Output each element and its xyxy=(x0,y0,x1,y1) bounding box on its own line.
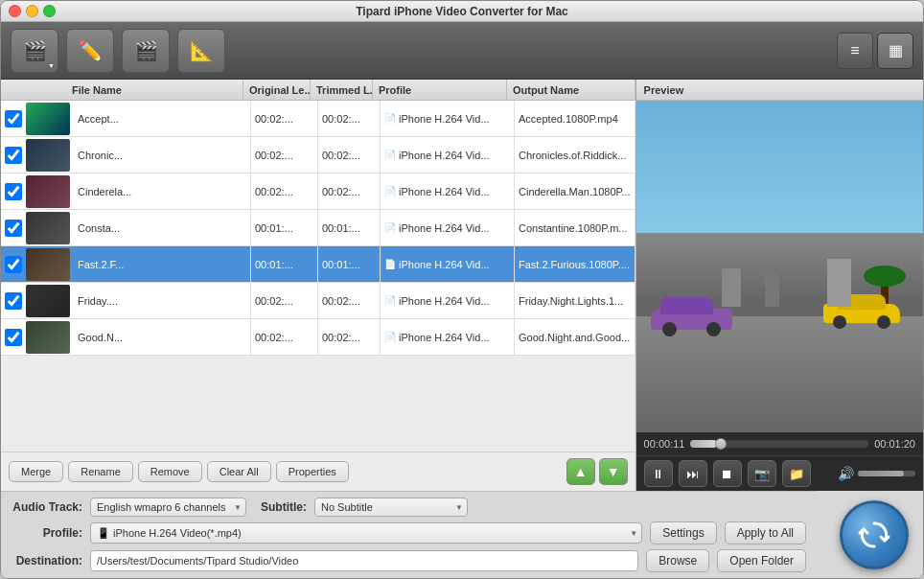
preview-area: Preview xyxy=(636,80,923,491)
col-header-trimmed: Trimmed L... xyxy=(311,80,373,100)
audio-select-wrap: English wmapro 6 channels xyxy=(90,498,246,517)
table-row[interactable]: Consta... 00:01:... 00:01:... 📄iPhone H.… xyxy=(1,210,635,246)
cell-profile-1: 📄iPhone H.264 Vid... xyxy=(381,137,515,173)
screenshot-icon: 📷 xyxy=(754,467,770,481)
progress-handle[interactable] xyxy=(715,438,727,450)
clear-all-button[interactable]: Clear All xyxy=(207,461,271,482)
sky xyxy=(636,101,923,233)
main-window: Tipard iPhone Video Converter for Mac 🎬 … xyxy=(0,0,924,579)
preview-scene xyxy=(636,101,923,432)
cell-profile-3: 📄iPhone H.264 Vid... xyxy=(381,210,515,245)
row-checkbox-2[interactable] xyxy=(5,183,22,200)
col-header-filename: File Name xyxy=(66,80,243,100)
preview-video xyxy=(636,101,923,432)
table-row[interactable]: Chronic... 00:02:... 00:02:... 📄iPhone H… xyxy=(1,137,635,174)
remove-button[interactable]: Remove xyxy=(138,461,202,482)
cell-output-2: Cinderella.Man.1080P... xyxy=(515,174,635,209)
apply-to-all-button[interactable]: Apply to All xyxy=(725,521,806,544)
volume-slider[interactable] xyxy=(858,471,915,476)
cell-filename-2: Cinderela... xyxy=(74,174,251,209)
row-checkbox-5[interactable] xyxy=(5,292,22,310)
maximize-button[interactable] xyxy=(43,5,56,17)
edit-button[interactable]: ✏️ xyxy=(66,29,114,73)
row-checkbox-4[interactable] xyxy=(5,256,22,273)
pause-button[interactable]: ⏸ xyxy=(644,460,673,487)
destination-path: /Users/test/Documents/Tipard Studio/Vide… xyxy=(90,550,638,571)
cell-output-0: Accepted.1080P.mp4 xyxy=(515,101,635,136)
volume-control: 🔊 xyxy=(838,466,915,481)
list-view-button[interactable]: ≡ xyxy=(837,33,873,69)
move-buttons: ▲ ▼ xyxy=(566,458,628,485)
table-header: File Name Original Le... Trimmed L... Pr… xyxy=(1,80,635,101)
trim-button[interactable]: 🎬 xyxy=(122,29,170,73)
titlebar: Tipard iPhone Video Converter for Mac xyxy=(1,1,923,22)
cell-original-5: 00:02:... xyxy=(251,283,318,318)
row-checkbox-6[interactable] xyxy=(5,329,22,346)
cell-profile-2: 📄iPhone H.264 Vid... xyxy=(381,174,515,209)
table-row[interactable]: Good.N... 00:02:... 00:02:... 📄iPhone H.… xyxy=(1,319,635,356)
bottom-area: Audio Track: English wmapro 6 channels S… xyxy=(1,491,923,578)
preview-header: Preview xyxy=(636,80,923,101)
col-header-output: Output Name xyxy=(507,80,635,100)
stop-button[interactable]: ⏹ xyxy=(713,460,742,487)
profile-select-wrap: 📱 iPhone H.264 Video(*.mp4) xyxy=(90,522,642,544)
profile-select[interactable]: 📱 iPhone H.264 Video(*.mp4) xyxy=(90,522,642,544)
audio-track-select[interactable]: English wmapro 6 channels xyxy=(90,498,246,517)
cell-filename-1: Chronic... xyxy=(74,137,251,173)
row-thumbnail-5 xyxy=(26,285,70,317)
cell-profile-5: 📄iPhone H.264 Vid... xyxy=(381,283,515,318)
table-row[interactable]: Accept... 00:02:... 00:02:... 📄iPhone H.… xyxy=(1,101,635,137)
time-total: 00:01:20 xyxy=(874,438,915,450)
cell-trimmed-4: 00:01:... xyxy=(318,246,381,282)
cell-original-4: 00:01:... xyxy=(251,246,318,282)
row-checkbox-3[interactable] xyxy=(5,220,22,237)
profile-label: Profile: xyxy=(11,526,82,540)
row-thumbnail-6 xyxy=(26,321,70,354)
minimize-button[interactable] xyxy=(26,5,38,17)
preview-controls: 00:00:11 00:01:20 xyxy=(636,432,923,455)
merge-button[interactable]: Merge xyxy=(9,461,63,482)
fast-forward-button[interactable]: ⏭ xyxy=(679,460,707,487)
progress-bar[interactable] xyxy=(690,440,868,448)
cell-filename-6: Good.N... xyxy=(74,319,251,355)
window-title: Tipard iPhone Video Converter for Mac xyxy=(356,5,568,18)
audio-subtitle-row: Audio Track: English wmapro 6 channels S… xyxy=(11,498,806,517)
cell-trimmed-1: 00:02:... xyxy=(318,137,381,173)
convert-button[interactable] xyxy=(840,500,909,569)
forward-icon: ⏭ xyxy=(686,467,699,481)
destination-label: Destination: xyxy=(11,554,82,567)
bg-building3 xyxy=(827,259,851,307)
add-video-button[interactable]: 🎬 xyxy=(11,29,58,73)
cell-output-5: Friday.Night.Lights.1... xyxy=(515,283,635,318)
crop-button[interactable]: 📐 xyxy=(177,29,225,73)
table-row[interactable]: Cinderela... 00:02:... 00:02:... 📄iPhone… xyxy=(1,174,635,210)
browse-button[interactable]: Browse xyxy=(646,549,709,572)
grid-view-button[interactable]: ▦ xyxy=(877,33,913,69)
file-list: Accept... 00:02:... 00:02:... 📄iPhone H.… xyxy=(1,101,635,452)
row-thumbnail-3 xyxy=(26,212,70,244)
file-area: File Name Original Le... Trimmed L... Pr… xyxy=(1,80,636,491)
table-row[interactable]: Friday.... 00:02:... 00:02:... 📄iPhone H… xyxy=(1,283,635,319)
cell-original-6: 00:02:... xyxy=(251,319,318,355)
bg-building xyxy=(722,268,741,307)
screenshot-button[interactable]: 📷 xyxy=(748,460,776,487)
row-checkbox-0[interactable] xyxy=(5,110,22,127)
volume-icon: 🔊 xyxy=(838,466,854,481)
settings-button[interactable]: Settings xyxy=(650,521,716,544)
row-checkbox-1[interactable] xyxy=(5,147,22,164)
move-down-button[interactable]: ▼ xyxy=(599,458,628,485)
edit-icon: ✏️ xyxy=(79,39,103,62)
cell-output-4: Fast.2.Furious.1080P.... xyxy=(515,246,635,282)
cell-output-1: Chronicles.of.Riddick... xyxy=(515,137,635,173)
close-button[interactable] xyxy=(9,5,21,17)
cell-output-6: Good.Night.and.Good... xyxy=(515,319,635,355)
move-up-button[interactable]: ▲ xyxy=(566,458,595,485)
trim-icon: 🎬 xyxy=(134,39,158,62)
properties-button[interactable]: Properties xyxy=(276,461,349,482)
open-folder-button[interactable]: Open Folder xyxy=(717,549,806,572)
subtitle-select[interactable]: No Subtitle xyxy=(314,498,468,517)
open-folder-preview-button[interactable]: 📁 xyxy=(782,460,811,487)
audio-label: Audio Track: xyxy=(11,500,82,514)
table-row[interactable]: Fast.2.F... 00:01:... 00:01:... 📄iPhone … xyxy=(1,246,635,283)
rename-button[interactable]: Rename xyxy=(68,461,133,482)
